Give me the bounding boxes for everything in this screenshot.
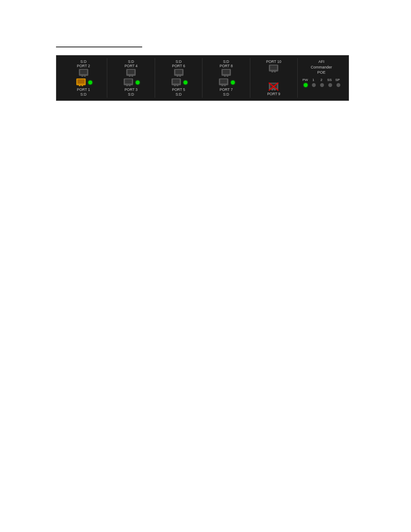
port-column-4: S:D PORT 8 xyxy=(202,58,250,98)
svg-rect-3 xyxy=(84,75,86,77)
port-6-area: S:D PORT 6 xyxy=(156,59,201,78)
afi-led-sp xyxy=(336,83,340,87)
afi-label-1: 1 xyxy=(310,78,316,82)
port-6-sd-label: S:D xyxy=(175,59,181,64)
afi-label-2: 2 xyxy=(318,78,324,82)
svg-rect-34 xyxy=(271,71,273,72)
afi-leds-row xyxy=(301,83,342,87)
port-3-sd: S:D xyxy=(128,92,134,96)
port-7-led xyxy=(231,81,235,84)
svg-rect-31 xyxy=(224,84,226,86)
port-5-label: PORT 5 xyxy=(172,87,185,92)
afi-indicators: PW 1 2 SS SP xyxy=(301,78,342,87)
port-3-area: PORT 3 S:D xyxy=(108,78,153,96)
afi-led-1 xyxy=(312,83,316,87)
port-5-led xyxy=(184,81,187,84)
svg-rect-13 xyxy=(125,79,132,84)
port-1-area: PORT 1 S:D xyxy=(61,78,106,96)
svg-rect-33 xyxy=(270,65,277,70)
svg-rect-23 xyxy=(177,84,178,86)
svg-rect-7 xyxy=(81,84,83,86)
port-3-led xyxy=(136,81,140,84)
port-4-label: PORT 4 xyxy=(125,64,137,68)
svg-rect-35 xyxy=(274,71,276,72)
port-1-icon xyxy=(75,78,87,87)
svg-rect-10 xyxy=(129,75,131,77)
port-1-led xyxy=(88,81,92,84)
svg-rect-21 xyxy=(173,79,180,84)
port-5-area: PORT 5 S:D xyxy=(156,78,201,96)
port-3-label: PORT 3 xyxy=(125,87,137,92)
afi-led-ss xyxy=(328,83,332,87)
svg-rect-30 xyxy=(221,84,223,86)
afi-led-pw xyxy=(304,83,308,87)
svg-rect-6 xyxy=(79,84,81,86)
port-4-icon xyxy=(125,68,137,78)
port-1-row xyxy=(75,78,92,87)
port-5-row xyxy=(170,78,187,87)
port-column-3: S:D PORT 6 xyxy=(155,58,202,98)
svg-rect-38 xyxy=(271,89,273,90)
port-4-area: S:D PORT 4 xyxy=(108,59,153,78)
svg-rect-1 xyxy=(80,70,87,74)
afi-labels-row: PW 1 2 SS SP xyxy=(301,78,342,82)
svg-rect-27 xyxy=(227,75,228,77)
port-1-sd: S:D xyxy=(81,92,87,96)
port-10-area: PORT 10 xyxy=(251,59,296,73)
port-10-label: PORT 10 xyxy=(266,59,281,64)
afi-label-pw: PW xyxy=(302,78,308,82)
port-4-sd-label: S:D xyxy=(128,59,134,64)
svg-rect-39 xyxy=(274,89,276,90)
afi-led-2 xyxy=(320,83,324,87)
svg-rect-17 xyxy=(175,70,182,74)
separator-line xyxy=(56,47,142,47)
port-column-1: S:D PORT 2 xyxy=(60,58,107,98)
svg-rect-26 xyxy=(224,75,226,77)
afi-label-sp: SP xyxy=(335,78,341,82)
port-6-icon xyxy=(173,68,185,78)
port-2-icon xyxy=(78,68,90,78)
port-8-icon xyxy=(220,68,232,78)
port-10-icon xyxy=(268,64,280,73)
port-7-icon xyxy=(218,78,230,87)
port-8-sd-label: S:D xyxy=(223,59,229,64)
port-column-5: PORT 10 xyxy=(250,58,298,98)
afi-label-ss: SS xyxy=(327,78,333,82)
device-panel: S:D PORT 2 xyxy=(56,55,349,101)
port-9-icon xyxy=(268,82,280,91)
svg-rect-11 xyxy=(131,75,133,77)
port-2-label: PORT 2 xyxy=(77,64,90,68)
svg-rect-25 xyxy=(223,70,230,74)
svg-rect-19 xyxy=(179,75,181,77)
svg-rect-18 xyxy=(177,75,178,77)
port-7-sd: S:D xyxy=(223,92,229,96)
port-2-area: S:D PORT 2 xyxy=(61,59,106,78)
svg-rect-29 xyxy=(220,79,227,84)
port-7-area: PORT 7 S:D xyxy=(203,78,249,96)
svg-rect-2 xyxy=(81,75,83,77)
port-8-area: S:D PORT 8 xyxy=(203,59,249,78)
port-2-sd-label: S:D xyxy=(81,59,87,64)
afi-title: AFICommanderPOE xyxy=(311,59,332,75)
port-5-icon xyxy=(170,78,182,87)
port-3-row xyxy=(122,78,140,87)
port-7-label: PORT 7 xyxy=(220,87,233,92)
port-5-sd: S:D xyxy=(175,92,181,96)
port-7-row xyxy=(218,78,235,87)
port-1-label: PORT 1 xyxy=(77,87,90,92)
port-3-icon xyxy=(122,78,134,87)
port-9-area: PORT 9 xyxy=(251,82,296,96)
svg-rect-5 xyxy=(78,79,84,84)
port-9-label: PORT 9 xyxy=(267,92,280,96)
port-6-label: PORT 6 xyxy=(172,64,185,68)
port-column-2: S:D PORT 4 xyxy=(107,58,155,98)
svg-rect-15 xyxy=(129,84,131,86)
port-8-label: PORT 8 xyxy=(220,64,233,68)
svg-rect-22 xyxy=(174,84,176,86)
afi-section: AFICommanderPOE PW 1 2 SS SP xyxy=(298,58,345,98)
svg-rect-9 xyxy=(128,70,134,74)
svg-rect-14 xyxy=(126,84,128,86)
